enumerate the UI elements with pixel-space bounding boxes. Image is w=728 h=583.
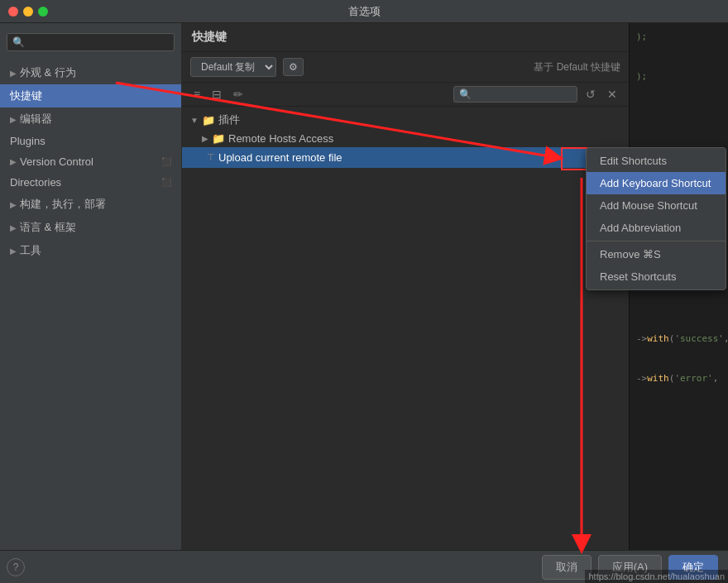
shortcut-toolbar: ≡ ⊟ ✏ ↺ ✕	[182, 83, 629, 107]
shortcut-tree: ▼ 📁 插件 ▶ 📁 Remote Hosts Access ⊤ Upload …	[182, 107, 629, 550]
minimize-button[interactable]	[23, 7, 33, 17]
filter-button[interactable]: ≡	[190, 86, 204, 103]
folder-icon: 📁	[212, 132, 225, 145]
code-line-2: );	[636, 69, 721, 84]
expand-icon: ▶	[202, 134, 208, 143]
sidebar-item-appearance[interactable]: ▶ 外观 & 行为	[0, 61, 181, 84]
sidebar-item-label: 构建，执行，部署	[20, 197, 106, 212]
restore-button[interactable]: ↺	[582, 86, 599, 103]
sidebar-search-container	[0, 30, 181, 55]
remote-hosts-label: Remote Hosts Access	[228, 132, 333, 145]
help-button[interactable]: ?	[7, 558, 25, 576]
chevron-right-icon: ▶	[10, 223, 17, 232]
window-controls	[8, 7, 48, 17]
expand-icon: ▼	[190, 116, 199, 125]
sidebar-item-label: Version Control	[20, 155, 93, 168]
context-edit-shortcuts[interactable]: Edit Shortcuts	[587, 150, 726, 172]
context-menu: Edit Shortcuts Add Keyboard Shortcut Add…	[586, 147, 726, 290]
sidebar-item-label: 编辑器	[20, 112, 52, 127]
close-button[interactable]	[8, 7, 18, 17]
remote-hosts-group[interactable]: ▶ 📁 Remote Hosts Access	[182, 130, 629, 147]
sidebar-item-tools[interactable]: ▶ 工具	[0, 239, 181, 262]
sidebar-item-plugins[interactable]: Plugins	[0, 131, 181, 151]
chevron-right-icon: ▶	[10, 69, 17, 78]
sidebar-item-languages[interactable]: ▶ 语言 & 框架	[0, 216, 181, 239]
menu-divider	[587, 241, 726, 241]
scheme-toolbar: Default 复制 ⚙ 基于 Default 快捷键	[182, 52, 629, 83]
ok-button[interactable]: 确定	[668, 555, 718, 580]
edit-button[interactable]: ✏	[230, 86, 247, 103]
cancel-button[interactable]: 取消	[542, 555, 592, 580]
scheme-select[interactable]: Default 复制	[190, 57, 276, 77]
sidebar-item-directories[interactable]: Directories ⬛	[0, 172, 181, 193]
context-add-mouse[interactable]: Add Mouse Shortcut	[587, 194, 726, 217]
plugins-group-label: 插件	[218, 112, 240, 127]
filter-alt-button[interactable]: ⊟	[208, 86, 225, 103]
vcs-icon: ⬛	[161, 157, 171, 166]
sidebar-search-input[interactable]	[7, 33, 175, 51]
code-line-4: ->with('error',	[636, 371, 721, 386]
item-icon: ⊤	[207, 152, 215, 163]
maximize-button[interactable]	[38, 7, 48, 17]
sidebar: ▶ 外观 & 行为 快捷键 ▶ 编辑器 Plugins ▶ Version Co…	[0, 23, 182, 550]
chevron-right-icon: ▶	[10, 200, 17, 209]
folder-icon: 📁	[202, 114, 215, 127]
content-title: 快捷键	[182, 23, 629, 52]
sidebar-item-label: 语言 & 框架	[20, 220, 76, 235]
sidebar-item-vcs[interactable]: ▶ Version Control ⬛	[0, 151, 181, 172]
sidebar-item-label: 快捷键	[10, 88, 42, 103]
chevron-right-icon: ▶	[10, 246, 17, 256]
upload-item-label: Upload current remote file	[218, 151, 342, 164]
context-add-keyboard[interactable]: Add Keyboard Shortcut	[587, 172, 726, 194]
plugins-group[interactable]: ▼ 📁 插件	[182, 110, 629, 130]
sidebar-item-label: Plugins	[10, 135, 46, 147]
code-line-1: );	[636, 30, 721, 45]
bottom-bar: 取消 应用(A) 确定	[0, 550, 728, 583]
context-add-abbreviation[interactable]: Add Abbreviation	[587, 217, 726, 239]
chevron-right-icon: ▶	[10, 157, 17, 166]
gear-button[interactable]: ⚙	[283, 58, 304, 76]
code-line-3: ->with('success',	[636, 332, 721, 346]
upload-item[interactable]: ⊤ Upload current remote file ⌘ S	[182, 147, 629, 168]
apply-button[interactable]: 应用(A)	[598, 555, 662, 580]
chevron-right-icon: ▶	[10, 115, 17, 124]
sidebar-item-label: 外观 & 行为	[20, 65, 76, 80]
titlebar: 首选项	[0, 0, 728, 23]
sidebar-item-editor[interactable]: ▶ 编辑器	[0, 108, 181, 131]
context-remove[interactable]: Remove ⌘S	[587, 243, 726, 265]
clear-button[interactable]: ✕	[604, 86, 620, 103]
sidebar-item-build[interactable]: ▶ 构建，执行，部署	[0, 193, 181, 216]
context-reset[interactable]: Reset Shortcuts	[587, 265, 726, 288]
sidebar-item-label: 工具	[20, 243, 41, 258]
window-title: 首选项	[348, 4, 381, 19]
directories-icon: ⬛	[161, 178, 171, 187]
shortcut-search-input[interactable]	[453, 86, 577, 103]
based-label: 基于 Default 快捷键	[534, 60, 620, 74]
content-panel: 快捷键 Default 复制 ⚙ 基于 Default 快捷键 ≡ ⊟ ✏ ↺ …	[182, 23, 629, 550]
sidebar-item-label: Directories	[10, 176, 61, 189]
sidebar-item-shortcuts[interactable]: 快捷键	[0, 84, 181, 108]
